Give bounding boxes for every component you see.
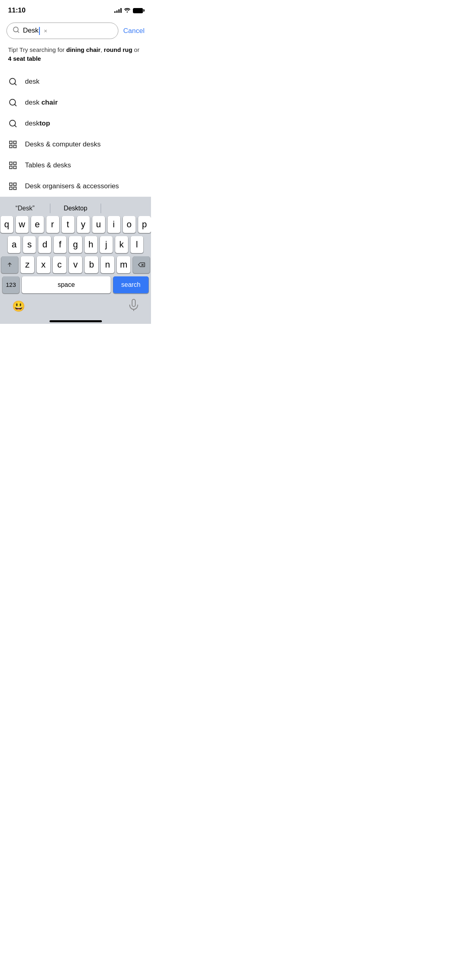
emoji-mic-row: 😃 xyxy=(0,296,151,317)
svg-rect-13 xyxy=(14,162,16,164)
signal-icon xyxy=(114,8,122,13)
key-k[interactable]: k xyxy=(115,236,128,253)
svg-rect-8 xyxy=(10,141,12,143)
microphone-button[interactable] xyxy=(128,299,139,314)
status-bar: 11:10 xyxy=(0,0,151,18)
svg-rect-18 xyxy=(14,187,16,189)
shift-key[interactable] xyxy=(1,256,18,273)
suggestion-tables-desks[interactable]: Tables & desks xyxy=(0,155,151,176)
search-suggest-icon xyxy=(8,98,18,107)
cancel-button[interactable]: Cancel xyxy=(123,27,145,35)
key-r[interactable]: r xyxy=(46,216,59,233)
key-f[interactable]: f xyxy=(54,236,66,253)
search-suggest-icon xyxy=(8,77,18,86)
svg-rect-15 xyxy=(10,166,12,168)
keyboard-area: “Desk” Desktop q w e r t y u i o p a s d… xyxy=(0,197,151,324)
key-d[interactable]: d xyxy=(38,236,51,253)
svg-line-5 xyxy=(14,104,16,106)
predictive-bar: “Desk” Desktop xyxy=(0,200,151,216)
svg-rect-9 xyxy=(14,141,16,143)
key-l[interactable]: l xyxy=(130,236,143,253)
key-s[interactable]: s xyxy=(23,236,36,253)
svg-rect-10 xyxy=(14,145,16,147)
suggestion-desk-organisers[interactable]: Desk organisers & accessories xyxy=(0,176,151,197)
search-bar-row: Desk × Cancel xyxy=(0,18,151,44)
key-y[interactable]: y xyxy=(77,216,90,233)
svg-rect-23 xyxy=(132,299,135,307)
key-o[interactable]: o xyxy=(123,216,136,233)
svg-rect-19 xyxy=(10,187,12,189)
emoji-button[interactable]: 😃 xyxy=(12,300,25,313)
key-q[interactable]: q xyxy=(0,216,13,233)
suggestion-label: desktop xyxy=(25,119,50,128)
key-w[interactable]: w xyxy=(16,216,29,233)
key-i[interactable]: i xyxy=(108,216,120,233)
space-key[interactable]: space xyxy=(22,276,111,293)
suggestion-desk-chair[interactable]: desk chair xyxy=(0,92,151,113)
category-suggest-icon xyxy=(8,140,18,149)
wifi-icon xyxy=(124,7,130,14)
key-m[interactable]: m xyxy=(117,256,130,273)
key-p[interactable]: p xyxy=(138,216,151,233)
key-row-3: z x c v b n m xyxy=(1,256,150,273)
suggestion-desks-computer[interactable]: Desks & computer desks xyxy=(0,134,151,155)
clear-button[interactable]: × xyxy=(43,27,48,35)
battery-icon xyxy=(133,8,143,13)
key-g[interactable]: g xyxy=(69,236,82,253)
suggestion-label: desk chair xyxy=(25,99,58,107)
key-a[interactable]: a xyxy=(8,236,21,253)
predictive-item-desktop[interactable]: Desktop xyxy=(50,203,100,214)
key-u[interactable]: u xyxy=(92,216,105,233)
svg-line-7 xyxy=(14,125,16,127)
category-suggest-icon xyxy=(8,181,18,191)
key-z[interactable]: z xyxy=(21,256,34,273)
key-e[interactable]: e xyxy=(31,216,44,233)
home-bar xyxy=(50,320,102,322)
key-j[interactable]: j xyxy=(100,236,113,253)
status-icons xyxy=(114,7,143,14)
search-key[interactable]: search xyxy=(113,276,149,293)
search-magnifier-icon xyxy=(12,26,20,35)
key-v[interactable]: v xyxy=(69,256,83,273)
backspace-key[interactable] xyxy=(133,256,150,273)
suggestion-label: Desk organisers & accessories xyxy=(25,182,119,190)
key-c[interactable]: c xyxy=(53,256,66,273)
search-suggest-icon xyxy=(8,119,18,128)
suggestions-list: desk desk chair desktop xyxy=(0,71,151,197)
suggestion-label: Tables & desks xyxy=(25,161,71,169)
key-rows: q w e r t y u i o p a s d f g h j k l xyxy=(0,216,151,293)
key-b[interactable]: b xyxy=(85,256,98,273)
suggestion-label: Desks & computer desks xyxy=(25,140,101,148)
svg-rect-11 xyxy=(10,145,12,147)
status-time: 11:10 xyxy=(8,6,25,14)
suggestion-desk[interactable]: desk xyxy=(0,71,151,92)
key-h[interactable]: h xyxy=(85,236,97,253)
num-key[interactable]: 123 xyxy=(2,276,19,293)
key-row-1: q w e r t y u i o p xyxy=(1,216,150,233)
key-row-2: a s d f g h j k l xyxy=(1,236,150,253)
predictive-item-empty xyxy=(101,207,151,210)
home-indicator-area xyxy=(0,317,151,324)
svg-rect-16 xyxy=(10,183,12,185)
svg-line-1 xyxy=(17,31,19,32)
suggestion-label: desk xyxy=(25,78,39,86)
predictive-item-quoted[interactable]: “Desk” xyxy=(0,203,50,214)
key-t[interactable]: t xyxy=(62,216,74,233)
svg-rect-17 xyxy=(14,183,16,185)
key-x[interactable]: x xyxy=(37,256,50,273)
search-input-wrap[interactable]: Desk × xyxy=(6,23,118,39)
category-suggest-icon xyxy=(8,161,18,170)
svg-rect-14 xyxy=(14,166,16,168)
svg-rect-12 xyxy=(10,162,12,164)
suggestion-desktop[interactable]: desktop xyxy=(0,113,151,134)
search-input-text[interactable]: Desk xyxy=(23,27,40,35)
tip-text: Tip! Try searching for dining chair, rou… xyxy=(0,44,151,71)
svg-line-3 xyxy=(14,83,16,85)
bottom-key-row: 123 space search xyxy=(1,276,150,293)
key-n[interactable]: n xyxy=(101,256,114,273)
